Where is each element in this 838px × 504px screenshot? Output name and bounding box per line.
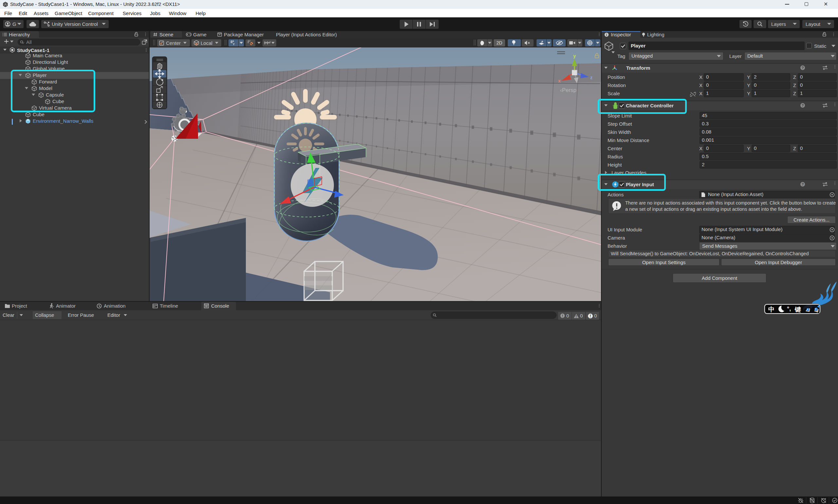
svg-text:Y: Y	[233, 42, 235, 46]
svg-text:‹Persp: ‹Persp	[560, 87, 576, 93]
svg-text:?: ?	[802, 182, 804, 186]
svg-text:y: y	[573, 53, 576, 58]
svg-text:x: x	[558, 78, 561, 84]
svg-text:?: ?	[802, 66, 804, 70]
svg-text:?: ?	[802, 104, 804, 107]
svg-text:!: !	[562, 314, 563, 318]
svg-text:z: z	[590, 75, 592, 80]
svg-text:!: !	[576, 314, 577, 319]
svg-text:!: !	[590, 314, 591, 319]
